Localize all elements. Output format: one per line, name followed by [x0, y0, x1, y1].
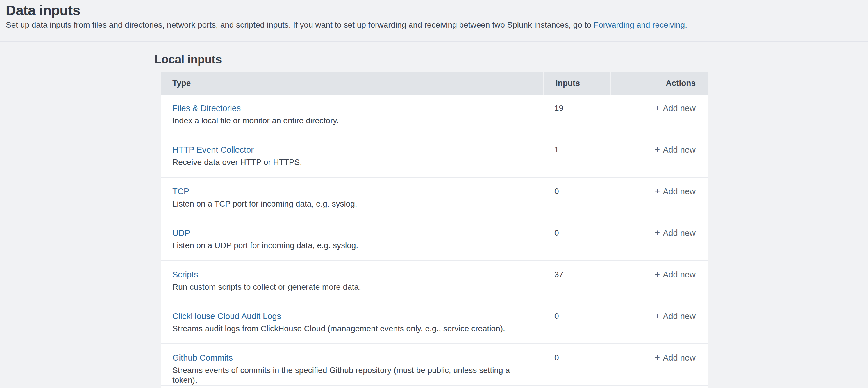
- type-cell: Files & Directories Index a local file o…: [161, 94, 543, 136]
- add-new-label: Add new: [663, 145, 695, 154]
- add-new-label: Add new: [663, 353, 695, 362]
- actions-cell: +Add new: [610, 261, 708, 302]
- column-header-type: Type: [161, 72, 543, 94]
- type-cell: Github Commits Streams events of commits…: [161, 344, 543, 385]
- column-header-inputs: Inputs: [543, 72, 610, 94]
- page-content: Local inputs Type Inputs Actions Files &…: [0, 42, 868, 388]
- table-header-row: Type Inputs Actions: [161, 72, 708, 94]
- add-new-label: Add new: [663, 228, 695, 238]
- table-row: Github Commits Streams events of commits…: [161, 344, 708, 386]
- input-type-link[interactable]: ClickHouse Cloud Audit Logs: [173, 311, 281, 321]
- input-type-link[interactable]: TCP: [173, 186, 189, 196]
- table-row: TCP Listen on a TCP port for incoming da…: [161, 178, 708, 219]
- inputs-count: 0: [543, 219, 610, 260]
- input-type-description: Listen on a UDP port for incoming data, …: [173, 241, 534, 250]
- table-row: Files & Directories Index a local file o…: [161, 94, 708, 136]
- actions-cell: +Add new: [610, 219, 708, 260]
- input-type-description: Streams events of commits in the specifi…: [173, 365, 534, 385]
- plus-icon: +: [655, 145, 660, 155]
- add-new-link[interactable]: +Add new: [655, 187, 695, 196]
- page-subtitle-text: Set up data inputs from files and direct…: [6, 20, 594, 29]
- plus-icon: +: [655, 270, 660, 279]
- type-cell: Scripts Run custom scripts to collect or…: [161, 261, 543, 302]
- table-body: Files & Directories Index a local file o…: [161, 94, 708, 386]
- add-new-label: Add new: [663, 103, 695, 113]
- local-inputs-table: Type Inputs Actions Files & Directories …: [161, 72, 708, 388]
- inputs-count: 37: [543, 261, 610, 302]
- page-subtitle: Set up data inputs from files and direct…: [6, 20, 862, 30]
- inputs-count: 0: [543, 302, 610, 344]
- add-new-link[interactable]: +Add new: [655, 270, 695, 279]
- page-title: Data inputs: [6, 2, 862, 19]
- plus-icon: +: [655, 103, 660, 113]
- input-type-description: Receive data over HTTP or HTTPS.: [173, 157, 534, 167]
- input-type-description: Index a local file or monitor an entire …: [173, 116, 534, 126]
- type-cell: TCP Listen on a TCP port for incoming da…: [161, 178, 543, 219]
- add-new-link[interactable]: +Add new: [655, 145, 695, 154]
- plus-icon: +: [655, 311, 660, 321]
- add-new-link[interactable]: +Add new: [655, 311, 695, 321]
- actions-cell: +Add new: [610, 178, 708, 219]
- inputs-count: 0: [543, 178, 610, 219]
- column-header-actions: Actions: [610, 72, 708, 94]
- forwarding-and-receiving-link[interactable]: Forwarding and receiving: [594, 20, 685, 29]
- inputs-count: 0: [543, 344, 610, 385]
- type-cell: ClickHouse Cloud Audit Logs Streams audi…: [161, 302, 543, 344]
- add-new-label: Add new: [663, 270, 695, 279]
- add-new-label: Add new: [663, 187, 695, 196]
- input-type-link[interactable]: UDP: [173, 228, 190, 238]
- input-type-description: Streams audit logs from ClickHouse Cloud…: [173, 324, 534, 334]
- input-type-description: Listen on a TCP port for incoming data, …: [173, 199, 534, 209]
- actions-cell: +Add new: [610, 344, 708, 385]
- inputs-count: 19: [543, 94, 610, 136]
- plus-icon: +: [655, 228, 660, 238]
- input-type-link[interactable]: HTTP Event Collector: [173, 145, 254, 155]
- table-row: ClickHouse Cloud Audit Logs Streams audi…: [161, 302, 708, 344]
- table-row: UDP Listen on a UDP port for incoming da…: [161, 219, 708, 261]
- plus-icon: +: [655, 186, 660, 196]
- page-header: Data inputs Set up data inputs from file…: [0, 0, 868, 42]
- type-cell: UDP Listen on a UDP port for incoming da…: [161, 219, 543, 260]
- table-row: Scripts Run custom scripts to collect or…: [161, 261, 708, 302]
- add-new-label: Add new: [663, 311, 695, 321]
- type-cell: HTTP Event Collector Receive data over H…: [161, 136, 543, 177]
- table-row: HTTP Event Collector Receive data over H…: [161, 136, 708, 178]
- add-new-link[interactable]: +Add new: [655, 103, 695, 113]
- local-inputs-heading: Local inputs: [154, 53, 868, 66]
- page-subtitle-period: .: [685, 20, 687, 29]
- inputs-count: 1: [543, 136, 610, 177]
- input-type-link[interactable]: Github Commits: [173, 353, 233, 363]
- input-type-link[interactable]: Scripts: [173, 270, 198, 279]
- actions-cell: +Add new: [610, 94, 708, 136]
- input-type-description: Run custom scripts to collect or generat…: [173, 282, 534, 292]
- add-new-link[interactable]: +Add new: [655, 353, 695, 362]
- plus-icon: +: [655, 353, 660, 363]
- table-next-row-partial: [161, 386, 708, 388]
- actions-cell: +Add new: [610, 136, 708, 177]
- actions-cell: +Add new: [610, 302, 708, 344]
- add-new-link[interactable]: +Add new: [655, 228, 695, 238]
- input-type-link[interactable]: Files & Directories: [173, 103, 241, 113]
